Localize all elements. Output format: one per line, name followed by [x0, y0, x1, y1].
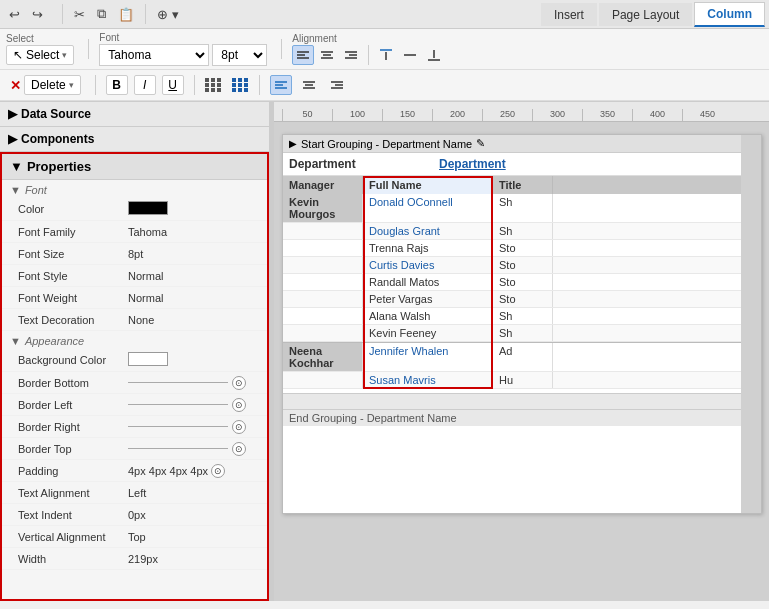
- neena-employee-0-name: Jennifer Whalen: [363, 343, 493, 371]
- empty-manager-4: [283, 274, 363, 290]
- font-family-select[interactable]: Tahoma: [99, 44, 209, 66]
- kevin-employee-4-name: Randall Matos: [363, 274, 493, 290]
- components-arrow-icon: ▶: [8, 132, 17, 146]
- table-container: Manager Full Name Title Kevin Mourgos Do…: [283, 176, 761, 389]
- prop-padding-value: 4px 4px 4px 4px ⊙: [128, 464, 259, 478]
- font-section-label: Font: [99, 32, 267, 43]
- italic-button[interactable]: I: [134, 75, 156, 95]
- col-header-title[interactable]: Title: [493, 176, 553, 194]
- prop-border-left-value: ⊙: [128, 398, 259, 412]
- border-bottom-line: [128, 382, 228, 383]
- border-top-line: [128, 448, 228, 449]
- prop-font-size-label: Font Size: [18, 248, 128, 260]
- font-group-text: Font: [25, 184, 47, 196]
- align-right-button-2[interactable]: [326, 75, 348, 95]
- align-left-button-2[interactable]: [270, 75, 292, 95]
- table-row-1: Douglas Grant Sh: [283, 223, 761, 240]
- kevin-employee-7-name: Kevin Feeney: [363, 325, 493, 341]
- empty-neena-manager-1: [283, 372, 363, 388]
- align-right-icon: [344, 49, 358, 61]
- color-swatch-black[interactable]: [128, 201, 168, 215]
- valign-middle-icon: [403, 49, 417, 61]
- prop-text-decoration-value: None: [128, 314, 259, 326]
- align-left-icon: [296, 49, 310, 61]
- ruler-mark-300: 300: [532, 109, 582, 121]
- delete-arrow-icon: ▾: [69, 80, 74, 90]
- prop-padding-label: Padding: [18, 465, 128, 477]
- prop-font-style-value: Normal: [128, 270, 259, 282]
- valign-middle-button[interactable]: [399, 45, 421, 65]
- border-left-edit-icon[interactable]: ⊙: [232, 398, 246, 412]
- align-center-button[interactable]: [316, 45, 338, 65]
- select-section-label: Select: [6, 33, 74, 44]
- select-label: Select: [26, 48, 59, 62]
- kevin-employee-6-name: Alana Walsh: [363, 308, 493, 324]
- empty-manager-1: [283, 223, 363, 239]
- align-center-icon-2: [302, 79, 316, 91]
- prop-vertical-alignment-value: Top: [128, 531, 259, 543]
- delete-button[interactable]: Delete ▾: [24, 75, 81, 95]
- border-top-edit-icon[interactable]: ⊙: [232, 442, 246, 456]
- empty-manager-5: [283, 291, 363, 307]
- prop-font-weight-label: Font Weight: [18, 292, 128, 304]
- underline-button[interactable]: U: [162, 75, 184, 95]
- font-size-select[interactable]: 8pt: [212, 44, 267, 66]
- valign-bottom-button[interactable]: [423, 45, 445, 65]
- cursor-icon: ↖: [13, 48, 23, 62]
- col-header-fullname[interactable]: Full Name: [363, 176, 493, 194]
- select-button[interactable]: ↖ Select ▾: [6, 45, 74, 65]
- prop-padding-text: 4px 4px 4px 4px: [128, 465, 208, 477]
- padding-edit-icon[interactable]: ⊙: [211, 464, 225, 478]
- undo-button[interactable]: ↩: [4, 4, 25, 25]
- table-header-row: Manager Full Name Title: [283, 176, 761, 194]
- prop-font-style-label: Font Style: [18, 270, 128, 282]
- separator-3: [88, 39, 89, 59]
- spacer: [283, 393, 761, 409]
- table-row-2: Trenna Rajs Sto: [283, 240, 761, 257]
- align-left-button[interactable]: [292, 45, 314, 65]
- border-bottom-edit-icon[interactable]: ⊙: [232, 376, 246, 390]
- tab-column[interactable]: Column: [694, 2, 765, 27]
- border-right-edit-icon[interactable]: ⊙: [232, 420, 246, 434]
- cut-button[interactable]: ✂: [69, 4, 90, 25]
- ruler: 50 100 150 200 250 300 350 400 450: [274, 102, 769, 122]
- data-source-header[interactable]: ▶ Data Source: [0, 102, 269, 127]
- special-button[interactable]: ⊕ ▾: [152, 4, 184, 25]
- prop-font-size-value: 8pt: [128, 248, 259, 260]
- ruler-mark-200: 200: [432, 109, 482, 121]
- prop-text-alignment: Text Alignment Left: [2, 482, 267, 504]
- prop-color: Color: [2, 198, 267, 221]
- bold-button[interactable]: B: [106, 75, 128, 95]
- table-row-7: Kevin Feeney Sh: [283, 325, 761, 342]
- paste-button[interactable]: 📋: [113, 4, 139, 25]
- components-header[interactable]: ▶ Components: [0, 127, 269, 152]
- valign-top-button[interactable]: [375, 45, 397, 65]
- neena-manager-cell: Neena Kochhar: [283, 343, 363, 371]
- prop-border-left-label: Border Left: [18, 399, 128, 411]
- kevin-section: Kevin Mourgos Donald OConnell Sh Douglas…: [283, 194, 761, 342]
- prop-color-label: Color: [18, 203, 128, 215]
- kevin-employee-3-title: Sto: [493, 257, 553, 273]
- prop-text-indent-value: 0px: [128, 509, 259, 521]
- prop-bg-color-value[interactable]: [128, 352, 259, 368]
- edit-icon[interactable]: ✎: [476, 137, 485, 150]
- align-center-button-2[interactable]: [298, 75, 320, 95]
- prop-bg-color-label: Background Color: [18, 354, 128, 366]
- separator-4: [281, 39, 282, 59]
- prop-text-indent-label: Text Indent: [18, 509, 128, 521]
- border-left-line: [128, 404, 228, 405]
- color-swatch-white[interactable]: [128, 352, 168, 366]
- prop-color-value[interactable]: [128, 201, 259, 217]
- align-right-button[interactable]: [340, 45, 362, 65]
- properties-panel: ▼ Properties ▼ Font Color Font Family Ta…: [0, 152, 269, 601]
- neena-row-1: Susan Mavris Hu: [283, 372, 761, 389]
- grid-icon-1: [205, 78, 222, 92]
- prop-border-right: Border Right ⊙: [2, 416, 267, 438]
- ruler-mark-400: 400: [632, 109, 682, 121]
- col-header-manager[interactable]: Manager: [283, 176, 363, 194]
- tab-page-layout[interactable]: Page Layout: [599, 3, 692, 26]
- copy-button[interactable]: ⧉: [92, 3, 111, 25]
- tab-insert[interactable]: Insert: [541, 3, 597, 26]
- prop-font-weight-value: Normal: [128, 292, 259, 304]
- redo-button[interactable]: ↪: [27, 4, 48, 25]
